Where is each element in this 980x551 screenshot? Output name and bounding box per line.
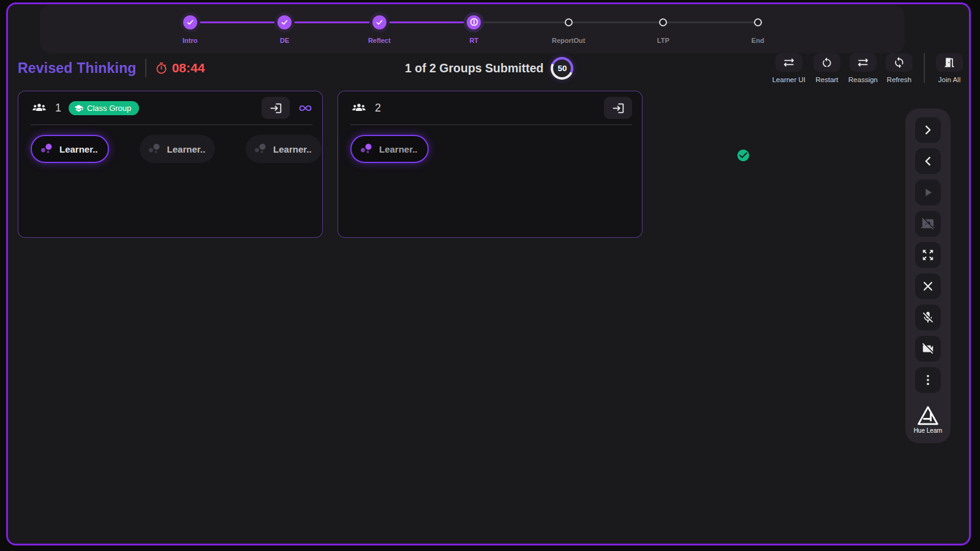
sync-icon — [893, 56, 905, 69]
toolbar-divider — [924, 53, 925, 83]
group-number: 1 — [55, 102, 61, 115]
toolbar-button-label: Refresh — [887, 76, 911, 83]
group-card-1: 1Class GroupLearner..Learner..Learner.. — [18, 91, 323, 238]
learner-chip[interactable]: Learner.. — [350, 135, 429, 163]
stepper-connector — [379, 21, 474, 24]
countdown-value: 50 — [553, 59, 571, 77]
stepper-bar: IntroDEReflectRTReportOutLTPEnd — [40, 5, 905, 53]
step-label: Reflect — [368, 37, 391, 44]
hue-learn-logo: Hue Learn — [914, 405, 943, 434]
class-group-badge: Class Group — [69, 101, 139, 115]
timer: 08:44 — [155, 61, 205, 75]
stepper-step-end[interactable]: End — [710, 10, 805, 44]
step-label: DE — [280, 37, 289, 44]
dots-avatar-icon — [359, 142, 374, 156]
group-card-2: 2Learner.. — [337, 91, 643, 238]
group-card-header: 2 — [338, 91, 642, 124]
dots-avatar-icon — [253, 142, 268, 156]
close-icon — [921, 279, 935, 293]
join-group-button[interactable] — [604, 97, 632, 119]
refresh-button[interactable]: Refresh — [886, 53, 913, 83]
stepper: IntroDEReflectRTReportOutLTPEnd — [143, 5, 905, 44]
step-done-check-icon — [277, 15, 292, 29]
toolbar-button-label: Join All — [938, 76, 960, 83]
title-row: Revised Thinking 08:44 — [18, 56, 205, 80]
fullscreen-button[interactable] — [915, 242, 941, 268]
countdown-ring: 50 — [551, 57, 573, 80]
timer-value: 08:44 — [172, 61, 205, 75]
sidebar: Hue Learn — [905, 108, 951, 443]
step-label: LTP — [657, 37, 669, 44]
learner-name: Learner.. — [379, 144, 418, 154]
stepper-step-reflect[interactable]: Reflect — [332, 10, 427, 44]
stepper-step-reportout[interactable]: ReportOut — [521, 10, 616, 44]
stepper-connector — [474, 21, 569, 24]
more-vert-icon — [921, 373, 935, 387]
step-label: Intro — [183, 37, 197, 44]
logo-text: Hue Learn — [914, 427, 943, 434]
learner-chip[interactable]: Learner.. — [31, 135, 109, 163]
mic-off-button[interactable] — [915, 305, 941, 330]
learner-chip[interactable]: Learner.. — [140, 135, 216, 163]
check-circle-icon — [736, 143, 750, 167]
chevron-left-icon — [921, 154, 935, 168]
restart-button[interactable]: Restart — [813, 53, 840, 83]
step-todo-icon — [565, 18, 573, 26]
learner-name: Learner.. — [273, 144, 312, 154]
step-label: RT — [469, 37, 478, 44]
dots-avatar-icon — [39, 142, 54, 156]
toolbar-button-label: Reassign — [848, 76, 878, 83]
learner-chip-row: Learner.. — [338, 125, 642, 173]
dots-avatar-icon — [147, 142, 162, 156]
page-title: Revised Thinking — [18, 60, 137, 77]
join-all-button[interactable]: Join All — [936, 53, 963, 83]
cap-icon — [74, 104, 83, 113]
learner-name: Learner.. — [59, 144, 98, 154]
stopwatch-icon — [155, 62, 168, 75]
stepper-connector — [663, 21, 758, 24]
learner-chip[interactable]: Learner.. — [246, 135, 322, 163]
toolbar-button-label: Restart — [816, 76, 839, 83]
door-icon — [943, 56, 956, 69]
step-todo-icon — [659, 18, 667, 26]
step-todo-icon — [754, 18, 762, 26]
submitted-status: 1 of 2 Groups Submitted 50 — [405, 56, 573, 80]
step-label: End — [752, 37, 764, 44]
toolbar-button-label: Learner UI — [772, 76, 805, 83]
infinity-icon — [298, 101, 312, 115]
stepper-connector — [190, 21, 285, 24]
more-options-button[interactable] — [915, 367, 941, 393]
expand-icon — [921, 248, 935, 262]
badge-label: Class Group — [87, 104, 131, 113]
stepper-step-de[interactable]: DE — [238, 10, 333, 44]
stepper-step-rt[interactable]: RT — [427, 10, 522, 44]
title-divider — [145, 59, 146, 77]
play-button[interactable] — [915, 180, 941, 205]
reassign-button[interactable]: Reassign — [848, 53, 878, 83]
panel-expand-button[interactable] — [915, 117, 941, 143]
camera-off-button[interactable] — [915, 336, 941, 362]
join-group-button[interactable] — [262, 97, 290, 119]
camera-off-icon — [921, 342, 935, 355]
stepper-step-ltp[interactable]: LTP — [616, 10, 711, 44]
step-label: ReportOut — [552, 37, 585, 44]
mic-off-icon — [921, 311, 935, 324]
stop-screen-share-button[interactable] — [915, 211, 941, 237]
stepper-connector — [568, 21, 663, 24]
chevron-right-icon — [921, 123, 935, 137]
group-card-header: 1Class Group — [18, 91, 322, 124]
learner-name: Learner.. — [167, 144, 206, 154]
restart-icon — [821, 56, 833, 69]
screenshare-off-icon — [921, 217, 935, 230]
step-done-check-icon — [183, 15, 197, 29]
app-frame: IntroDEReflectRTReportOutLTPEnd Revised … — [6, 2, 971, 545]
play-icon — [921, 186, 935, 199]
step-current-timer-icon — [467, 15, 481, 29]
panel-collapse-button[interactable] — [915, 148, 941, 174]
group-people-icon — [350, 101, 368, 115]
stepper-step-intro[interactable]: Intro — [143, 10, 238, 44]
close-button[interactable] — [915, 273, 941, 299]
learner-ui-button[interactable]: Learner UI — [772, 53, 805, 83]
toolbar: Learner UIRestartReassignRefreshJoin All — [772, 53, 963, 83]
group-number: 2 — [375, 102, 381, 115]
